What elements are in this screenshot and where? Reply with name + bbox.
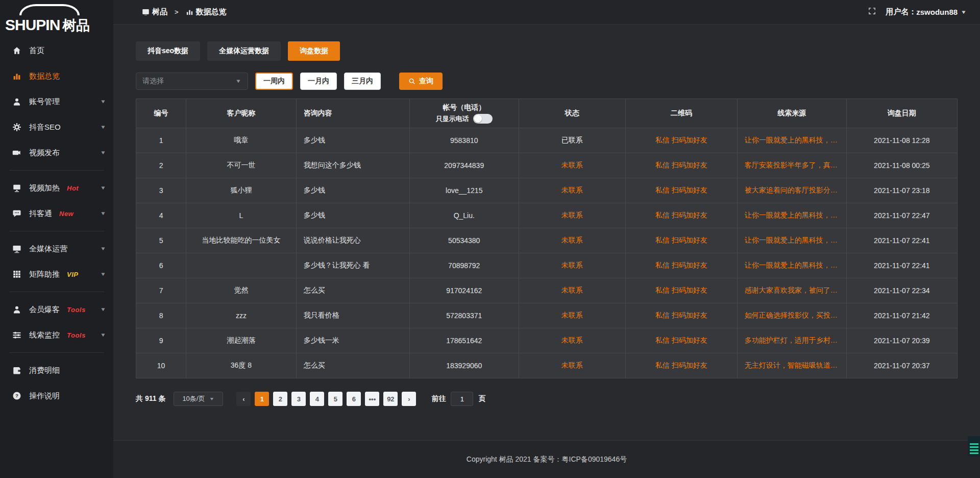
date-range-group: 一周内一月内三月内: [255, 73, 381, 90]
table-row: 8zzz我只看价格572803371未联系私信 扫码加好友如何正确选择投影仪，买…: [136, 303, 958, 328]
cell-source[interactable]: 让你一眼就爱上的黑科技，能...: [737, 253, 846, 278]
goto-page-input[interactable]: [451, 392, 473, 406]
cell-qr[interactable]: 私信 扫码加好友: [625, 128, 737, 153]
sidebar-item-视频加热[interactable]: 视频加热Hot▼: [0, 175, 113, 201]
sidebar-item-操作说明[interactable]: ?操作说明: [0, 383, 113, 409]
cell-qr[interactable]: 私信 扫码加好友: [625, 203, 737, 228]
cell-qr[interactable]: 私信 扫码加好友: [625, 278, 737, 303]
cell-qr[interactable]: 私信 扫码加好友: [625, 353, 737, 378]
gear-icon: [12, 123, 21, 132]
corner-widget-icon[interactable]: [968, 436, 980, 457]
cell-source[interactable]: 让你一眼就爱上的黑科技，能...: [737, 203, 846, 228]
sidebar-item-视频发布[interactable]: 视频发布▼: [0, 140, 113, 165]
cell-nickname: 潮起潮落: [186, 328, 297, 353]
cell-source[interactable]: 无主灯设计，智能磁吸轨道灯...: [737, 353, 846, 378]
cell-qr[interactable]: 私信 扫码加好友: [625, 328, 737, 353]
sidebar-item-数据总览[interactable]: 数据总览: [0, 63, 113, 89]
chevron-down-icon: ▼: [100, 210, 106, 216]
table-row: 5当地比较能吃的一位美女说说价格让我死心50534380未联系私信 扫码加好友让…: [136, 228, 958, 253]
page-button-6[interactable]: 6: [347, 392, 361, 406]
page-button-5[interactable]: 5: [328, 392, 342, 406]
cell-no: 1: [136, 128, 186, 153]
tab-询盘数据[interactable]: 询盘数据: [288, 41, 340, 61]
page-size-label: 10条/页: [182, 394, 205, 403]
search-button-label: 查询: [419, 77, 433, 86]
cell-source[interactable]: 被大家追着问的客厅投影分享...: [737, 178, 846, 203]
sidebar-item-线索监控[interactable]: 线索监控Tools▼: [0, 322, 113, 348]
page-button-3[interactable]: 3: [291, 392, 306, 406]
col-status: 状态: [519, 99, 625, 128]
chat-icon: [12, 209, 21, 218]
range-button-一月内[interactable]: 一月内: [300, 73, 337, 90]
sidebar-item-label: 矩阵助推: [29, 270, 60, 279]
cell-no: 10: [136, 353, 186, 378]
filter-select[interactable]: 请选择 ▼: [136, 73, 248, 90]
breadcrumb: 树品 > 数据总览: [142, 7, 227, 17]
cell-date: 2021-11-07 21:42: [846, 303, 957, 328]
cell-content: 多少钱: [296, 128, 409, 153]
cell-status: 未联系: [519, 303, 625, 328]
page-button-2[interactable]: 2: [273, 392, 287, 406]
cell-status: 未联系: [519, 278, 625, 303]
cell-account: 2097344839: [409, 153, 519, 178]
cell-account: 572803371: [409, 303, 519, 328]
tab-抖音seo数据[interactable]: 抖音seo数据: [136, 41, 200, 61]
cell-account: Q_Liu.: [409, 203, 519, 228]
grid-icon: [12, 270, 21, 279]
username-value: zswodun88: [916, 8, 958, 16]
sidebar-item-抖音SEO[interactable]: 抖音SEO▼: [0, 114, 113, 140]
tab-全媒体运营数据[interactable]: 全媒体运营数据: [207, 41, 281, 61]
sidebar-item-首页[interactable]: 首页: [0, 38, 113, 63]
cell-qr[interactable]: 私信 扫码加好友: [625, 178, 737, 203]
page-size-select[interactable]: 10条/页 ▼: [174, 392, 223, 406]
search-button[interactable]: 查询: [399, 73, 443, 90]
brand-logo: SHUPIN 树品: [0, 3, 113, 33]
range-button-三月内[interactable]: 三月内: [344, 73, 381, 90]
corner-widget-stripes: [970, 443, 978, 455]
next-page-button[interactable]: ›: [402, 392, 416, 406]
cell-qr[interactable]: 私信 扫码加好友: [625, 303, 737, 328]
cell-source[interactable]: 如何正确选择投影仪，买投影...: [737, 303, 846, 328]
col-lead-source: 线索来源: [737, 99, 846, 128]
cell-no: 6: [136, 253, 186, 278]
table-row: 6多少钱？让我死心 看70898792未联系私信 扫码加好友让你一眼就爱上的黑科…: [136, 253, 958, 278]
chevron-down-icon: ▼: [100, 124, 106, 130]
cell-source[interactable]: 多功能护栏灯，适用于乡村文...: [737, 328, 846, 353]
cell-nickname: [186, 253, 297, 278]
page-ellipsis-button[interactable]: •••: [365, 392, 379, 406]
sidebar-item-label: 操作说明: [29, 391, 60, 401]
sidebar-item-label: 线索监控: [29, 330, 60, 340]
sidebar-item-消费明细[interactable]: 消费明细: [0, 357, 113, 383]
cell-source[interactable]: 让你一眼就爱上的黑科技，能...: [737, 228, 846, 253]
phone-only-toggle[interactable]: [473, 114, 493, 124]
cell-date: 2021-11-07 22:41: [846, 253, 957, 278]
page-button-1[interactable]: 1: [255, 392, 269, 406]
sidebar-item-全媒体运营[interactable]: 全媒体运营▼: [0, 236, 113, 261]
app-root: SHUPIN 树品 首页数据总览账号管理▼抖音SEO▼视频发布▼视频加热Hot▼…: [0, 0, 980, 478]
breadcrumb-current[interactable]: 数据总览: [196, 7, 227, 17]
sidebar-item-账号管理[interactable]: 账号管理▼: [0, 89, 113, 114]
filter-select-placeholder: 请选择: [142, 77, 164, 86]
username-label: 用户名：: [886, 7, 916, 17]
sidebar-item-label: 首页: [29, 46, 44, 56]
page-button-92[interactable]: 92: [383, 392, 398, 406]
cell-source[interactable]: 客厅安装投影半年多了，真实...: [737, 153, 846, 178]
page-button-4[interactable]: 4: [310, 392, 324, 406]
sidebar-item-label: 抖音SEO: [29, 123, 61, 132]
cell-source[interactable]: 让你一眼就爱上的黑科技，能...: [737, 128, 846, 153]
sidebar-item-badge: Hot: [67, 184, 79, 192]
sidebar-item-矩阵助推[interactable]: 矩阵助推VIP▼: [0, 261, 113, 287]
cell-qr[interactable]: 私信 扫码加好友: [625, 228, 737, 253]
fullscreen-icon[interactable]: [868, 7, 876, 17]
user-menu[interactable]: 用户名： zswodun88 ▼: [886, 7, 967, 17]
cell-qr[interactable]: 私信 扫码加好友: [625, 253, 737, 278]
cell-account: 9583810: [409, 128, 519, 153]
app-window-icon: [142, 8, 150, 16]
prev-page-button[interactable]: ‹: [236, 392, 251, 406]
sidebar-item-抖客通[interactable]: 抖客通New▼: [0, 201, 113, 226]
sidebar-item-会员爆客[interactable]: 会员爆客Tools▼: [0, 297, 113, 322]
range-button-一周内[interactable]: 一周内: [255, 73, 293, 90]
breadcrumb-root[interactable]: 树品: [152, 7, 167, 17]
cell-qr[interactable]: 私信 扫码加好友: [625, 153, 737, 178]
cell-source[interactable]: 感谢大家喜欢我家，被问了好...: [737, 278, 846, 303]
